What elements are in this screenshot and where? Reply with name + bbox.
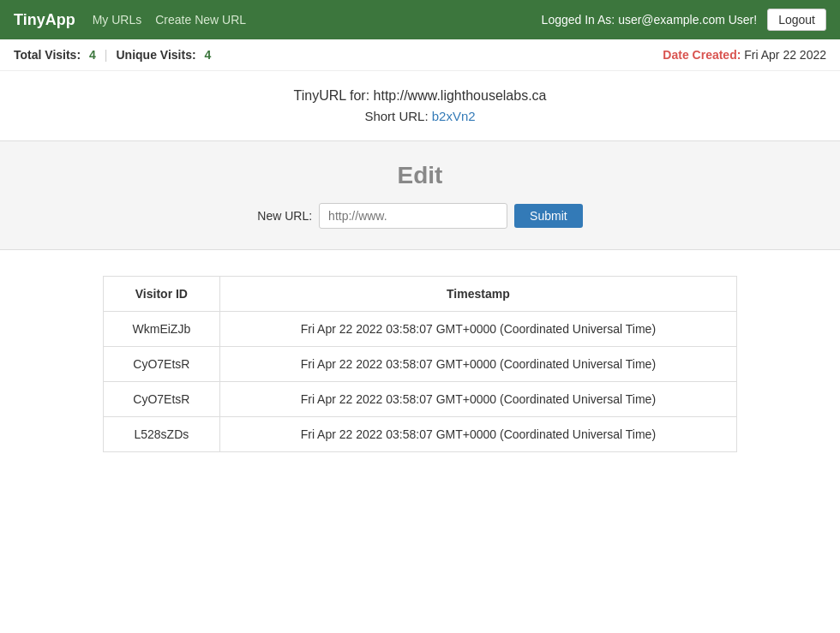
navbar: TinyApp My URLs Create New URL Logged In… [0,0,840,39]
visitor-id-cell: CyO7EtsR [104,382,220,417]
stats-divider: | [105,48,108,62]
logout-button[interactable]: Logout [767,9,826,31]
new-url-input[interactable] [319,203,507,229]
visitor-id-cell: CyO7EtsR [104,347,220,382]
total-visits-value: 4 [89,48,96,62]
date-created-value: Fri Apr 22 2022 [744,48,826,62]
navbar-links: My URLs Create New URL [93,13,542,27]
new-url-label: New URL: [257,209,312,223]
url-info: TinyURL for: http://www.lighthouselabs.c… [0,71,840,132]
long-url: http://www.lighthouselabs.ca [374,88,547,103]
stats-right: Date Created: Fri Apr 22 2022 [663,48,826,62]
short-url-line: Short URL: b2xVn2 [14,109,826,123]
table-row: L528sZDsFri Apr 22 2022 03:58:07 GMT+000… [104,417,737,452]
date-created-label: Date Created: [663,48,741,62]
visits-table: Visitor ID Timestamp WkmEiZJbFri Apr 22 … [103,276,737,452]
navbar-brand[interactable]: TinyApp [14,11,75,29]
navbar-right: Logged In As: user@example.com User! Log… [542,9,826,31]
timestamp-cell: Fri Apr 22 2022 03:58:07 GMT+0000 (Coord… [219,347,736,382]
tinyurl-prefix: TinyURL for: [294,88,374,103]
table-section: Visitor ID Timestamp WkmEiZJbFri Apr 22 … [0,250,840,478]
unique-visits-label: Unique Visits: [117,48,196,62]
edit-section: Edit New URL: Submit [0,140,840,250]
visitor-id-cell: WkmEiZJb [104,312,220,347]
timestamp-cell: Fri Apr 22 2022 03:58:07 GMT+0000 (Coord… [219,417,736,452]
tinyurl-line: TinyURL for: http://www.lighthouselabs.c… [14,88,826,104]
table-row: CyO7EtsRFri Apr 22 2022 03:58:07 GMT+000… [104,347,737,382]
short-url-link[interactable]: b2xVn2 [432,109,476,123]
timestamp-cell: Fri Apr 22 2022 03:58:07 GMT+0000 (Coord… [219,382,736,417]
nav-create-new-url[interactable]: Create New URL [155,13,246,27]
nav-my-urls[interactable]: My URLs [93,13,142,27]
unique-visits-value: 4 [205,48,212,62]
short-url-prefix: Short URL: [364,109,431,123]
stats-bar: Total Visits: 4 | Unique Visits: 4 Date … [0,39,840,71]
col-visitor-id: Visitor ID [104,277,220,312]
visitor-id-cell: L528sZDs [104,417,220,452]
edit-form: New URL: Submit [14,203,826,229]
stats-left: Total Visits: 4 | Unique Visits: 4 [14,48,211,62]
table-row: CyO7EtsRFri Apr 22 2022 03:58:07 GMT+000… [104,382,737,417]
table-row: WkmEiZJbFri Apr 22 2022 03:58:07 GMT+000… [104,312,737,347]
logged-in-label: Logged In As: user@example.com User! [542,13,758,27]
timestamp-cell: Fri Apr 22 2022 03:58:07 GMT+0000 (Coord… [219,312,736,347]
col-timestamp: Timestamp [219,277,736,312]
edit-title: Edit [14,162,826,189]
table-header-row: Visitor ID Timestamp [104,277,737,312]
total-visits-label: Total Visits: [14,48,81,62]
submit-button[interactable]: Submit [514,204,583,228]
